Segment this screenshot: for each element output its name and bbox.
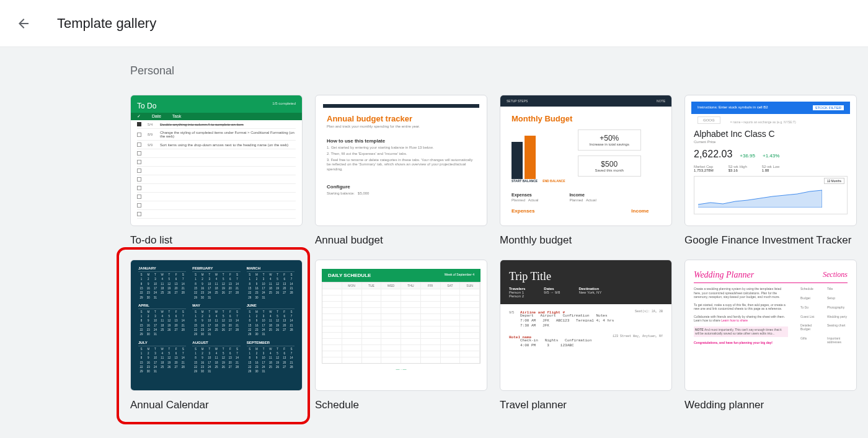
template-card-monthly-budget[interactable]: SETUP STEPSNOTE Monthly Budget START BAL… [500, 95, 672, 247]
fin-bar: Instructions: Enter stock symbols in cel… [691, 102, 850, 114]
ab-step: 1. Get started by entering your starting… [316, 145, 487, 151]
todo-thumb-header: To Do 1/5 completed [131, 95, 302, 113]
template-card-wedding[interactable]: Wedding Planner Sections Create a weddin… [684, 260, 857, 417]
template-grid: To Do 1/5 completed ✓DateTask 5/4Double … [130, 95, 868, 417]
ab-step: 3. Feel free to rename or delete categor… [316, 157, 487, 173]
template-title: Wedding planner [684, 398, 857, 412]
template-title: Annual budget [315, 234, 487, 247]
wp-sections-title: Sections [823, 270, 848, 280]
template-thumb: Wedding Planner Sections Create a weddin… [684, 260, 857, 391]
fin-name: Alphabet Inc Class C [685, 128, 856, 140]
mb-heading: Monthly Budget [500, 107, 671, 126]
template-card-annual-budget[interactable]: Annual budget tracker Plan and track you… [315, 95, 487, 247]
template-thumb: DAILY SCHEDULEWeek of September 4 MONTUE… [315, 260, 487, 391]
template-title: Monthly budget [500, 234, 672, 247]
fin-chart: 12 Months [694, 176, 848, 214]
fin-pct: +1.43% [763, 153, 779, 159]
template-thumb: Trip Title TravelersPerson 1 Person 2 Da… [500, 260, 672, 391]
template-title: Annual Calendar [130, 398, 303, 412]
todo-thumb-rows: 5/4Double anything into column A to comp… [131, 120, 302, 219]
fin-change: +36.95 [740, 153, 755, 159]
template-card-todo[interactable]: To Do 1/5 completed ✓DateTask 5/4Double … [130, 95, 303, 247]
ab-start-value: $5,000 [358, 191, 369, 195]
template-title: Schedule [315, 398, 487, 412]
template-card-schedule[interactable]: DAILY SCHEDULEWeek of September 4 MONTUE… [315, 260, 487, 417]
template-title: Google Finance Investment Tracker [684, 234, 857, 247]
template-title: To-do list [130, 234, 303, 247]
fin-price: 2,622.03 [694, 149, 732, 160]
arrow-left-icon [16, 16, 31, 31]
page-title: Template gallery [57, 15, 156, 32]
section-title: Personal [130, 64, 868, 77]
ab-heading: Annual budget tracker [316, 114, 487, 123]
template-thumb: SETUP STEPSNOTE Monthly Budget START BAL… [500, 95, 672, 226]
template-card-finance[interactable]: Instructions: Enter stock symbols in cel… [684, 95, 857, 247]
todo-thumb-counter: 1/5 completed [272, 102, 296, 110]
ab-configure: Configure [316, 173, 487, 191]
todo-thumb-title: To Do [137, 102, 156, 110]
mb-top: SETUP STEPSNOTE [500, 95, 671, 107]
mb-chart [512, 129, 565, 179]
template-thumb: JANUARYSMTWTFS12345678910111213141516171… [130, 260, 303, 391]
template-thumb: Instructions: Enter stock symbols in cel… [684, 95, 857, 226]
ab-step: 2. Then, fill out the 'Expenses' and 'In… [316, 151, 487, 157]
template-card-travel[interactable]: Trip Title TravelersPerson 1 Person 2 Da… [500, 260, 672, 417]
header: Template gallery [0, 0, 868, 47]
wp-title: Wedding Planner [694, 270, 754, 280]
template-card-annual-calendar[interactable]: JANUARYSMTWTFS12345678910111213141516171… [124, 255, 303, 417]
content: Personal To Do 1/5 completed ✓DateTask 5… [0, 47, 868, 438]
todo-thumb-cols: ✓DateTask [131, 113, 302, 120]
template-thumb: To Do 1/5 completed ✓DateTask 5/4Double … [130, 95, 303, 226]
template-title: Travel planner [500, 398, 672, 412]
ab-start-label: Starting balance: [327, 191, 355, 195]
fin-tab: GOOG [698, 116, 720, 124]
sch-bar: DAILY SCHEDULEWeek of September 4 [322, 269, 480, 282]
ab-sub: Plan and track your monthly spending for… [316, 123, 487, 134]
tp-head: Trip Title TravelersPerson 1 Person 2 Da… [500, 260, 671, 304]
template-thumb: Annual budget tracker Plan and track you… [315, 95, 487, 226]
back-button[interactable] [11, 11, 36, 36]
ab-howto: How to use this template [316, 134, 487, 145]
